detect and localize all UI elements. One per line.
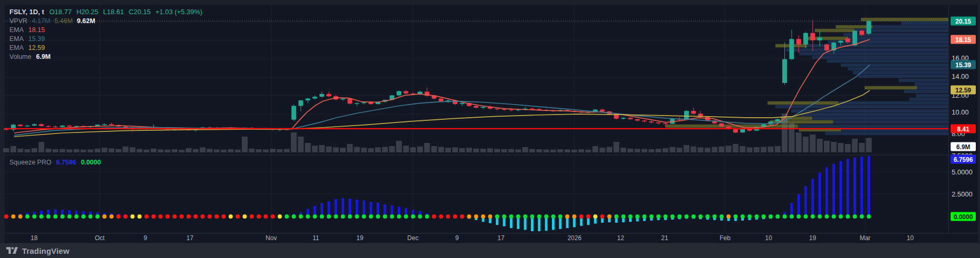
vpvr-value-1: 4.17M xyxy=(32,17,50,25)
svg-text:10: 10 xyxy=(907,234,914,242)
ohlc-close: C20.15 xyxy=(129,8,151,16)
svg-text:18: 18 xyxy=(30,234,38,242)
vpvr-poc-value: 9.62M xyxy=(77,17,95,25)
svg-text:2.5000: 2.5000 xyxy=(952,190,973,198)
svg-text:18.15: 18.15 xyxy=(955,36,971,44)
tradingview-logo-icon[interactable] xyxy=(6,247,18,254)
svg-text:15.39: 15.39 xyxy=(955,61,971,69)
vpvr-legend-row[interactable]: VPVR4.17M5.46M9.62M xyxy=(9,17,207,26)
ema-slow-legend-row[interactable]: EMA12.59 xyxy=(9,44,207,53)
svg-text:12.59: 12.59 xyxy=(955,87,971,94)
svg-text:Oct: Oct xyxy=(95,234,105,242)
ohlc-open: O18.77 xyxy=(49,8,72,16)
ema-fast-legend-row[interactable]: EMA18.15 xyxy=(9,26,207,35)
squeeze-pro-label: Squeeze PRO xyxy=(9,159,51,166)
svg-text:Feb: Feb xyxy=(720,234,731,242)
squeeze-zero-value: 0.0000 xyxy=(81,159,101,166)
svg-text:14.00: 14.00 xyxy=(952,73,969,80)
ema-fast-value: 18.15 xyxy=(28,26,45,34)
change-value: +1.03 (+5.39%) xyxy=(155,8,203,16)
ema-fast-label: EMA xyxy=(9,26,24,34)
svg-text:21: 21 xyxy=(661,234,668,242)
svg-text:0.0000: 0.0000 xyxy=(954,213,973,221)
vpvr-value-2: 5.46M xyxy=(55,17,73,25)
svg-text:5.0000: 5.0000 xyxy=(952,168,973,176)
svg-text:17: 17 xyxy=(186,234,194,242)
ema-slow-label: EMA xyxy=(9,44,24,51)
ema-mid-legend-row[interactable]: EMA15.39 xyxy=(9,35,207,44)
svg-text:6.7596: 6.7596 xyxy=(954,156,973,163)
tradingview-brand-text[interactable]: TradingView xyxy=(22,246,69,255)
svg-text:8.41: 8.41 xyxy=(957,126,970,133)
svg-text:Nov: Nov xyxy=(265,234,276,242)
svg-text:10.00: 10.00 xyxy=(952,108,969,116)
tradingview-chart-window: 16.0014.0012.0010.008.007.50005.00002.50… xyxy=(0,0,980,258)
svg-text:10: 10 xyxy=(765,234,772,242)
squeeze-momentum-value: 6.7596 xyxy=(56,159,76,166)
svg-text:9: 9 xyxy=(144,234,147,242)
svg-text:20.15: 20.15 xyxy=(955,18,971,25)
ohlc-low: L18.61 xyxy=(103,8,124,16)
svg-text:17: 17 xyxy=(497,234,505,242)
svg-text:12: 12 xyxy=(617,234,624,242)
symbol-row[interactable]: FSLY, 1D, tO18.77H20.25L18.61C20.15+1.03… xyxy=(9,7,207,16)
svg-text:Dec: Dec xyxy=(407,234,418,242)
symbol-title[interactable]: FSLY, 1D, t xyxy=(9,8,44,16)
ema-slow-value: 12.59 xyxy=(28,44,45,51)
svg-text:9: 9 xyxy=(455,234,459,242)
ohlc-high: H20.25 xyxy=(77,8,99,16)
svg-text:11: 11 xyxy=(313,234,319,242)
svg-text:19: 19 xyxy=(356,234,364,242)
volume-legend-row[interactable]: Volume6.9M xyxy=(9,53,207,61)
svg-text:2026: 2026 xyxy=(568,234,582,242)
ema-mid-label: EMA xyxy=(9,35,24,43)
svg-text:6.9M: 6.9M xyxy=(956,143,971,151)
bottom-toolbar: TradingView xyxy=(0,243,980,258)
vpvr-label: VPVR xyxy=(9,17,27,25)
main-legend: FSLY, 1D, tO18.77H20.25L18.61C20.15+1.03… xyxy=(9,7,207,61)
volume-value: 6.9M xyxy=(36,53,51,60)
squeeze-pro-legend-row[interactable]: Squeeze PRO6.75960.0000 xyxy=(9,158,101,167)
svg-text:19: 19 xyxy=(809,234,816,242)
ema-mid-value: 15.39 xyxy=(28,35,45,43)
volume-label: Volume xyxy=(9,53,31,60)
svg-text:Mar: Mar xyxy=(860,234,871,242)
